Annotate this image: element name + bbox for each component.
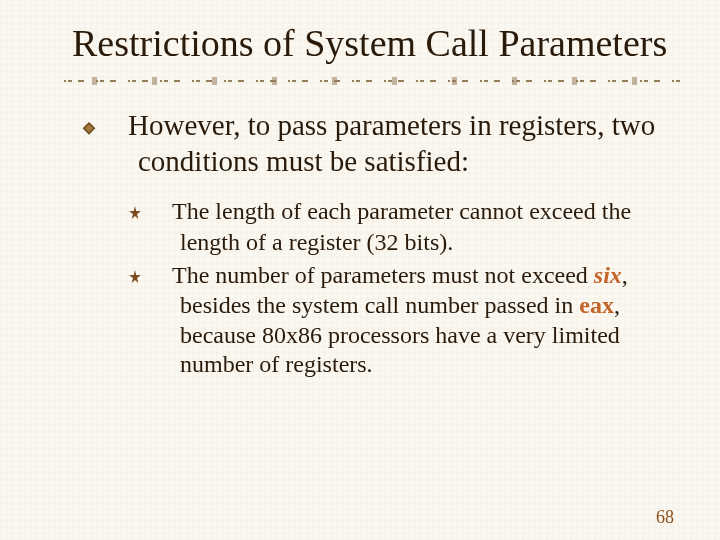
title-divider: [0, 76, 720, 86]
star-bullet-icon: [154, 262, 172, 291]
diamond-bullet-icon: [110, 109, 128, 144]
bullet-text: However, to pass parameters in registers…: [128, 109, 655, 177]
page-number: 68: [656, 507, 674, 528]
svg-marker-3: [129, 270, 141, 283]
bullet-text-part: The number of parameters must not exceed: [172, 262, 594, 288]
bullet-level2: The number of parameters must not exceed…: [154, 261, 672, 379]
svg-marker-2: [129, 206, 141, 219]
emphasis-six: six: [594, 262, 622, 288]
bullet-level1: However, to pass parameters in registers…: [110, 108, 672, 180]
star-bullet-icon: [154, 198, 172, 227]
slide-title: Restrictions of System Call Parameters: [72, 22, 672, 66]
emphasis-eax: eax: [579, 292, 614, 318]
slide: Restrictions of System Call Parameters H…: [0, 0, 720, 540]
bullet-level2: The length of each parameter cannot exce…: [154, 197, 672, 257]
bullet-text: The length of each parameter cannot exce…: [172, 198, 631, 254]
